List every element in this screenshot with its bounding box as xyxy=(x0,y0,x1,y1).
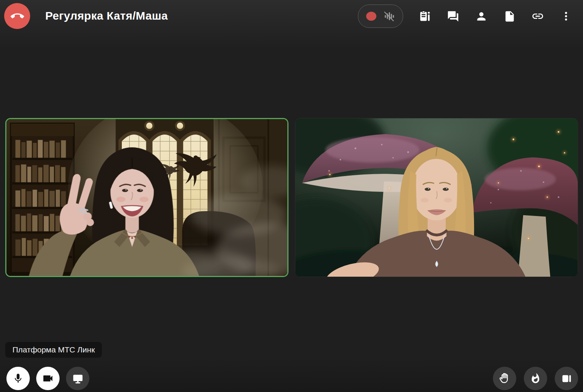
recording-indicator[interactable] xyxy=(358,5,403,28)
flame-icon xyxy=(530,373,541,384)
meeting-title: Регулярка Катя/Маша xyxy=(45,0,168,32)
camera-icon xyxy=(42,372,54,384)
meeting-window: Регулярка Катя/Маша xyxy=(0,0,583,392)
call-controls-left xyxy=(6,367,89,390)
participant-1-video xyxy=(6,119,287,276)
copy-link-button[interactable] xyxy=(531,9,545,23)
screen-share-icon xyxy=(72,373,84,384)
notes-icon xyxy=(419,10,431,23)
link-icon xyxy=(531,10,544,23)
microphone-icon xyxy=(12,373,24,384)
participants-button[interactable] xyxy=(474,9,488,23)
raise-hand-button[interactable] xyxy=(493,367,516,390)
platform-badge: Платформа МТС Линк xyxy=(5,342,102,358)
participants-icon xyxy=(475,10,488,23)
platform-badge-label: Платформа МТС Линк xyxy=(12,345,95,354)
chat-button[interactable] xyxy=(446,9,460,23)
screen-share-button[interactable] xyxy=(66,367,89,390)
phone-hangup-icon xyxy=(11,9,24,23)
layout-button[interactable] xyxy=(555,367,578,390)
header-toolbar xyxy=(358,0,573,32)
camera-button[interactable] xyxy=(36,367,60,390)
reactions-button[interactable] xyxy=(524,367,547,390)
call-controls-right xyxy=(493,367,578,390)
video-tile-active-speaker[interactable] xyxy=(5,118,288,277)
kebab-menu-icon xyxy=(560,11,572,22)
document-icon xyxy=(503,10,516,23)
microphone-button[interactable] xyxy=(6,367,30,390)
raise-hand-icon xyxy=(498,372,511,385)
voice-muted-icon xyxy=(383,10,395,22)
notes-button[interactable] xyxy=(418,9,431,23)
chat-icon xyxy=(447,10,459,23)
layout-icon xyxy=(561,373,572,384)
participant-2-video xyxy=(295,118,578,277)
recording-dot-icon xyxy=(366,12,376,21)
more-menu-button[interactable] xyxy=(559,9,573,23)
hangup-button[interactable] xyxy=(4,3,30,29)
documents-button[interactable] xyxy=(503,9,516,23)
video-tile-participant-2[interactable] xyxy=(295,118,578,277)
